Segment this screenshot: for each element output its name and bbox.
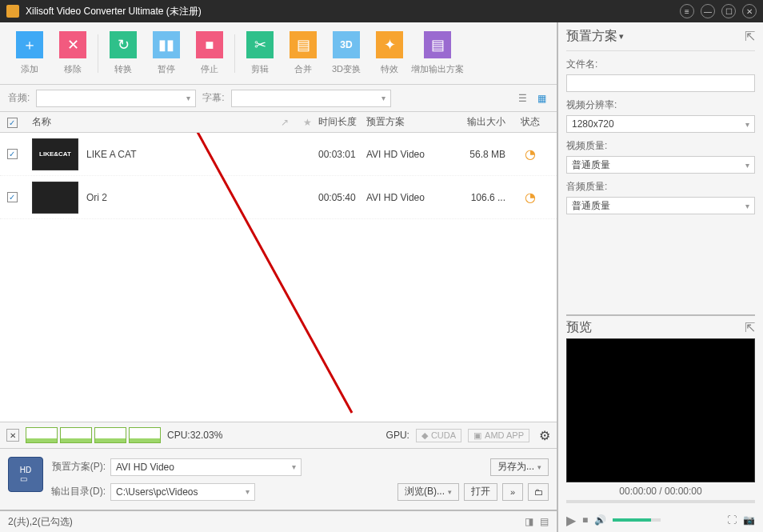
- close-perf-button[interactable]: ✕: [6, 429, 19, 442]
- volume-slider[interactable]: [613, 518, 661, 522]
- open-button[interactable]: 打开: [464, 483, 497, 501]
- cpu-graphs: [26, 427, 161, 443]
- aquality-value: 普通质量: [572, 199, 610, 213]
- profile-title: 预置方案: [566, 28, 617, 45]
- remove-label: 移除: [64, 63, 82, 75]
- col-size[interactable]: 输出大小: [454, 115, 510, 129]
- list-view-icon[interactable]: ☰: [515, 93, 529, 104]
- filename-label: 文件名:: [566, 58, 755, 71]
- table-row[interactable]: ✓ LIKE&CAT LIKE A CAT 00:03:01 AVI HD Vi…: [0, 133, 557, 176]
- table-row[interactable]: ✓ Ori 2 00:05:40 AVI HD Video 106.6 ... …: [0, 176, 557, 219]
- thumb-text: LIKE&CAT: [39, 150, 71, 158]
- audio-select[interactable]: [36, 90, 196, 107]
- saveas-label: 另存为...: [497, 460, 534, 474]
- refresh-icon: ↻: [110, 31, 137, 58]
- grid-view-icon[interactable]: ▦: [534, 93, 549, 104]
- remove-button[interactable]: ✕移除: [51, 31, 94, 75]
- play-icon[interactable]: ▶: [566, 513, 576, 528]
- file-preset: AVI HD Video: [366, 192, 454, 203]
- convert-label: 转换: [114, 63, 132, 75]
- col-preset[interactable]: 预置方案: [366, 115, 454, 129]
- amd-badge[interactable]: ▣AMD APP: [468, 429, 529, 442]
- cpu-core-graph: [60, 427, 92, 443]
- save-as-button[interactable]: 另存为...: [490, 458, 549, 476]
- vquality-label: 视频质量:: [566, 139, 755, 153]
- resolution-select[interactable]: 1280x720: [566, 115, 755, 133]
- toolbar: ＋添加 ✕移除 ↻转换 ▮▮暂停 ■停止 ✂剪辑 ▤合并 3D3D变换 ✦特效 …: [0, 22, 557, 85]
- file-icon: ▤: [290, 31, 317, 58]
- row-checkbox[interactable]: ✓: [7, 192, 18, 202]
- settings-icon[interactable]: ≡: [680, 4, 694, 18]
- hd-icon: HD▭: [8, 457, 43, 492]
- cuda-badge[interactable]: ◆CUDA: [416, 429, 461, 442]
- addprofile-label: 增加输出方案: [411, 63, 464, 75]
- aquality-select[interactable]: 普通质量: [566, 197, 755, 214]
- open-label: 打开: [471, 485, 490, 498]
- gear-icon[interactable]: ⚙: [539, 428, 550, 443]
- preview-section: 预览 ⇱ 00:00:00 / 00:00:00 ▶ ■ 🔊 ⛶ 📷: [566, 314, 755, 532]
- vquality-select[interactable]: 普通质量: [566, 156, 755, 174]
- subtitle-select[interactable]: [231, 90, 391, 107]
- cpu-value: 32.03%: [190, 430, 223, 441]
- menu-icon[interactable]: ▤: [540, 516, 549, 527]
- volume-icon[interactable]: 🔊: [594, 514, 606, 526]
- cut-button[interactable]: ✂剪辑: [238, 31, 282, 75]
- file-name: Ori 2: [78, 192, 274, 203]
- folder-tree-button[interactable]: 🗀: [528, 483, 549, 501]
- expand-button[interactable]: »: [502, 483, 523, 501]
- stop-icon[interactable]: ■: [582, 514, 588, 526]
- vquality-value: 普通质量: [572, 158, 610, 172]
- cpu-label: CPU:32.03%: [167, 430, 222, 441]
- row-checkbox[interactable]: ✓: [7, 149, 18, 159]
- preview-stage: [566, 338, 755, 482]
- separator: [234, 34, 235, 73]
- filename-input[interactable]: [566, 74, 755, 92]
- fullscreen-icon[interactable]: ⛶: [727, 514, 737, 526]
- output-path-select[interactable]: C:\Users\pc\Videos: [110, 483, 255, 501]
- col-status[interactable]: 状态: [510, 115, 550, 129]
- chevron-down-icon[interactable]: ▾: [619, 31, 624, 42]
- aquality-label: 音频质量:: [566, 180, 755, 194]
- performance-bar: ✕ CPU:32.03% GPU: ◆CUDA ▣AMD APP ⚙: [0, 422, 557, 449]
- stop-icon: ■: [196, 31, 223, 58]
- 3d-icon: 3D: [333, 31, 360, 58]
- file-name: LIKE A CAT: [78, 149, 274, 160]
- stop-button[interactable]: ■停止: [188, 31, 231, 75]
- files-icon: ▤: [424, 31, 451, 58]
- select-all-checkbox[interactable]: ✓: [7, 118, 18, 128]
- convert-button[interactable]: ↻转换: [102, 31, 145, 75]
- snapshot-icon[interactable]: 📷: [743, 514, 755, 526]
- close-icon[interactable]: ✕: [742, 4, 757, 18]
- filter-bar: 音频: 字幕: ☰ ▦: [0, 85, 557, 112]
- panel-icon[interactable]: ◨: [525, 516, 533, 527]
- effects-button[interactable]: ✦特效: [368, 31, 411, 75]
- player-controls: ▶ ■ 🔊 ⛶ 📷: [566, 508, 755, 532]
- col-name[interactable]: 名称: [24, 115, 274, 129]
- 3d-button[interactable]: 3D3D变换: [325, 31, 368, 75]
- status-text: 2(共),2(已勾选): [8, 515, 73, 529]
- merge-button[interactable]: ▤合并: [282, 31, 325, 75]
- col-time[interactable]: 时间长度: [318, 115, 366, 129]
- wand-icon: ✦: [376, 31, 403, 58]
- popout-icon[interactable]: ⇱: [745, 29, 755, 44]
- status-bar: 2(共),2(已勾选) ◨ ▤: [0, 511, 557, 532]
- minimize-icon[interactable]: —: [701, 4, 715, 18]
- seek-slider[interactable]: [566, 500, 755, 503]
- pause-button[interactable]: ▮▮暂停: [145, 31, 188, 75]
- preset-label: 预置方案(P):: [50, 460, 106, 474]
- browse-button[interactable]: 浏览(B)...: [397, 483, 459, 501]
- preset-select[interactable]: AVI HD Video: [110, 458, 302, 476]
- maximize-icon[interactable]: ☐: [721, 4, 736, 18]
- popout-icon[interactable]: ⇱: [745, 320, 755, 335]
- thumbnail: LIKE&CAT: [32, 138, 78, 170]
- window-title: Xilisoft Video Converter Ultimate (未注册): [26, 5, 680, 18]
- output-panel: HD▭ 预置方案(P): AVI HD Video 另存为... 输出目录(D)…: [0, 449, 557, 511]
- add-button[interactable]: ＋添加: [8, 31, 51, 75]
- col-sort-icon[interactable]: ↗: [274, 117, 296, 128]
- amd-text: AMD APP: [485, 430, 524, 440]
- clock-icon: ◔: [510, 146, 550, 162]
- stop-label: 停止: [201, 63, 218, 75]
- add-profile-button[interactable]: ▤增加输出方案: [411, 31, 464, 75]
- file-size: 106.6 ...: [454, 192, 510, 203]
- col-star-icon[interactable]: ★: [296, 117, 318, 128]
